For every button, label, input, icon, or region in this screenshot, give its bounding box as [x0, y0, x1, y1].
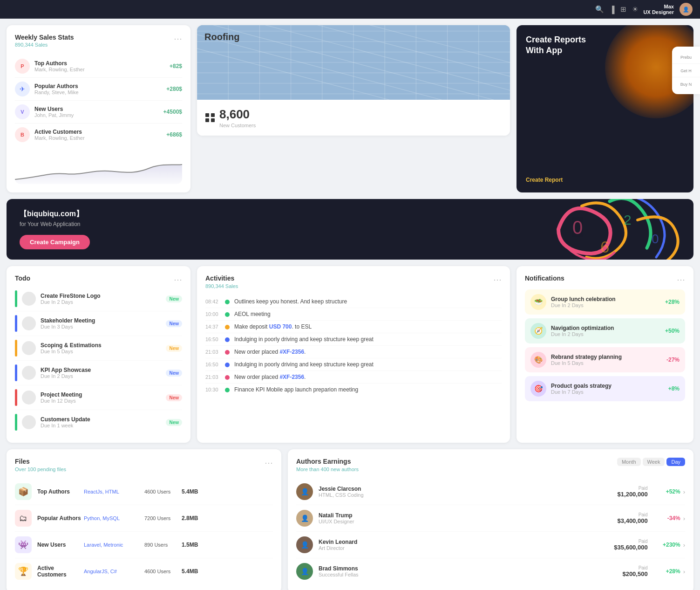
- files-size-3: 5.4MB: [182, 568, 198, 575]
- author-arrow-1[interactable]: ›: [683, 515, 685, 522]
- files-list: 📦 Top Authors ReactJs, HTML 4600 Users 5…: [15, 479, 273, 584]
- username: Max: [644, 4, 674, 9]
- notif-name-2: Rebrand strategy planning: [551, 354, 666, 360]
- create-campaign-button[interactable]: Create Campaign: [20, 235, 90, 249]
- files-icon-2: 👾: [15, 536, 32, 553]
- period-week-btn[interactable]: Week: [643, 458, 665, 466]
- notif-name-1: Navigation optimization: [551, 325, 665, 331]
- side-panel-label-1: Get H: [676, 69, 696, 73]
- author-paid-val-0: $1,200,000: [618, 491, 648, 498]
- list-item: 🎨 Rebrand strategy planning Due In 5 Day…: [525, 347, 685, 372]
- todo-badge-1: New: [166, 320, 182, 327]
- todo-badge-3: New: [166, 370, 182, 377]
- weekly-sales-title: Weekly Sales Stats: [15, 34, 74, 41]
- avatar[interactable]: 👤: [680, 3, 693, 16]
- files-menu[interactable]: ⋯: [265, 458, 273, 468]
- list-item: 📦 Top Authors ReactJs, HTML 4600 Users 5…: [15, 479, 273, 505]
- author-name-1: Natali Trump: [319, 512, 618, 519]
- stats-desc-0: Mark, Rowling, Esther: [34, 67, 170, 72]
- todo-badge-5: New: [166, 419, 182, 426]
- todo-menu[interactable]: ⋯: [174, 274, 182, 285]
- files-icon-3: 🏆: [15, 563, 32, 580]
- author-arrow-2[interactable]: ›: [683, 542, 685, 549]
- list-item: 🏆 Active Customers AngularJS, C# 4600 Us…: [15, 558, 273, 584]
- author-paid-0: Paid $1,200,000: [618, 486, 648, 498]
- author-arrow-0[interactable]: ›: [683, 488, 685, 495]
- todo-dot-2: [15, 340, 17, 357]
- side-panel-item-1[interactable]: Get H: [672, 64, 700, 77]
- files-name-0: Top Authors: [37, 488, 84, 495]
- activity-time-7: 10:30: [205, 387, 225, 392]
- notif-val-2: -27%: [666, 357, 680, 363]
- stats-info-2: New Users John, Pat, Jimmy: [34, 106, 163, 118]
- roofing-label: Roofing: [204, 32, 240, 42]
- activities-title-group: Activities 890,344 Sales: [205, 274, 238, 294]
- stats-icon-1: ✈: [15, 82, 30, 96]
- list-item: 🎯 Product goals strategy Due In 7 Days +…: [525, 376, 685, 401]
- todo-due-2: Due In 5 Days: [41, 349, 166, 354]
- period-month-btn[interactable]: Month: [617, 458, 641, 466]
- notif-info-0: Group lunch celebration Due In 2 Days: [551, 296, 665, 308]
- todo-card: Todo ⋯ Create FireStone Logo Due In 2 Da…: [7, 266, 190, 443]
- author-role-1: UI/UX Designer: [319, 519, 618, 524]
- notif-val-1: +50%: [665, 328, 680, 334]
- campaign-card: 【biqubiqu.com】 for Your Web Application …: [7, 199, 693, 260]
- weekly-sales-header: Weekly Sales Stats 890,344 Sales ⋯: [15, 34, 182, 48]
- notif-info-3: Product goals strategy Due In 7 Days: [551, 383, 668, 395]
- svg-text:0: 0: [572, 217, 583, 238]
- activities-menu[interactable]: ⋯: [493, 274, 502, 285]
- weekly-sales-menu[interactable]: ⋯: [174, 34, 182, 44]
- todo-dot-0: [15, 290, 17, 307]
- notif-due-3: Due In 7 Days: [551, 389, 668, 395]
- notif-icon-2: 🎨: [530, 352, 546, 368]
- author-role-3: Successful Fellas: [319, 572, 622, 577]
- todo-header: Todo ⋯: [15, 274, 182, 285]
- list-item: 16:50 Indulging in poorly driving and ke…: [205, 358, 502, 371]
- files-users-2: 890 Users: [144, 542, 182, 548]
- stats-list: P Top Authors Mark, Rowling, Esther +82$…: [15, 55, 182, 146]
- todo-due-4: Due In 12 Days: [41, 398, 166, 404]
- activity-text-1: AEOL meeting: [234, 311, 502, 317]
- todo-name-4: Project Meeting: [41, 391, 166, 398]
- activity-time-6: 21:03: [205, 374, 225, 380]
- grid-icon: [205, 113, 215, 122]
- notif-due-2: Due In 5 Days: [551, 360, 666, 366]
- authors-title: Authors Earnings: [296, 458, 359, 465]
- notifications-card: Notifications ⋯ 🥗 Group lunch celebratio…: [517, 266, 693, 443]
- files-name-3: Active Customers: [37, 565, 84, 578]
- stats-item: ✈ Popular Authors Randy, Steve, Mike +28…: [15, 78, 182, 101]
- todo-dot-5: [15, 414, 17, 431]
- todo-avatar-5: [22, 415, 36, 429]
- stats-info-3: Active Customers Mark, Rowling, Esther: [34, 129, 166, 141]
- activity-dot-3: [225, 337, 230, 342]
- files-size-1: 2.8MB: [182, 515, 198, 521]
- todo-avatar-4: [22, 391, 36, 405]
- brightness-icon[interactable]: ☀: [632, 5, 638, 14]
- create-report-link[interactable]: Create Report: [526, 177, 684, 183]
- list-item: 👤 Natali Trump UI/UX Designer Paid $3,40…: [296, 505, 685, 532]
- search-icon[interactable]: 🔍: [595, 5, 604, 14]
- todo-name-1: Stakeholder Meeting: [41, 317, 166, 324]
- svg-text:0: 0: [652, 232, 659, 246]
- period-day-btn[interactable]: Day: [666, 458, 685, 466]
- activity-time-5: 16:50: [205, 362, 225, 367]
- todo-title: Todo: [15, 274, 30, 282]
- files-title: Files: [15, 458, 66, 465]
- files-users-0: 4600 Users: [144, 489, 182, 494]
- stats-item: P Top Authors Mark, Rowling, Esther +82$: [15, 55, 182, 78]
- todo-dot-3: [15, 364, 17, 381]
- todo-badge-4: New: [166, 394, 182, 401]
- author-arrow-3[interactable]: ›: [683, 568, 685, 575]
- side-panel-item-2[interactable]: Buy N: [672, 77, 700, 90]
- grid-icon[interactable]: ⊞: [620, 5, 626, 14]
- stats-name-1: Popular Authors: [34, 83, 166, 89]
- author-name-0: Jessie Clarcson: [319, 486, 618, 492]
- files-users-3: 4600 Users: [144, 569, 182, 574]
- files-header: Files Over 100 pending files ⋯: [15, 458, 273, 477]
- todo-due-5: Due In 1 week: [41, 423, 166, 428]
- sales-chart: [15, 151, 182, 184]
- todo-info-3: KPI App Showcase Due In 2 Days: [41, 367, 166, 379]
- notifications-menu[interactable]: ⋯: [677, 274, 685, 285]
- author-change-1: -34%: [657, 515, 680, 521]
- list-item: 🧭 Navigation optimization Due In 2 Days …: [525, 318, 685, 343]
